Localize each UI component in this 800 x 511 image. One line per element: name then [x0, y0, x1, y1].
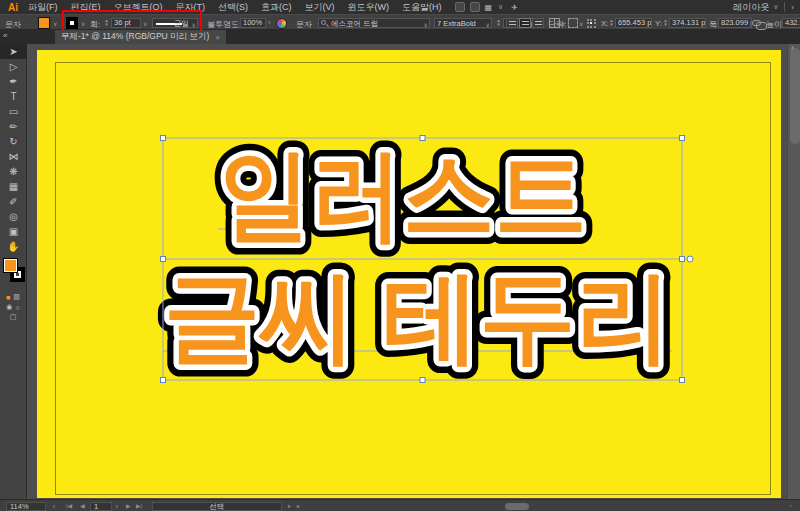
handle-top-mid[interactable]	[420, 136, 425, 141]
first-artboard-icon[interactable]: |◀	[66, 502, 72, 509]
handle-top-left[interactable]	[161, 136, 166, 141]
fill-color-swatch[interactable]	[38, 17, 50, 29]
screen-mode-icon[interactable]: ▢	[10, 313, 17, 321]
workspace-grid-icon[interactable]: ▦	[485, 3, 493, 12]
prev-artboard-icon[interactable]: ◀	[80, 502, 85, 509]
mesh-tool[interactable]: ▦	[0, 179, 27, 194]
menu-file[interactable]: 파일(F)	[28, 1, 58, 14]
menu-select[interactable]: 선택(S)	[218, 1, 248, 14]
menu-edit[interactable]: 편집(E)	[71, 1, 101, 14]
last-artboard-icon[interactable]: ▶|	[136, 502, 142, 509]
canvas-area[interactable]: 일러스트 일러스트 일러스트 글씨 테두리 글씨 테두리 글씨 테두리	[27, 44, 800, 499]
gradient-mode-icon[interactable]: ▥	[13, 293, 20, 301]
horizontal-scroll-thumb[interactable]	[505, 503, 529, 510]
align-center-button[interactable]	[519, 18, 531, 28]
point-type-widget[interactable]	[687, 256, 693, 262]
stroke-profile-field[interactable]: 균일 ∨	[152, 18, 198, 28]
chevron-down-icon[interactable]: ∨	[143, 20, 147, 27]
status-bar: 114% ∨ |◀ ◀ 1 ∨ ▶ ▶| 선택 ▸ ◂ ›	[0, 499, 800, 511]
workspace-switcher[interactable]: 레이아웃 ∨	[733, 1, 778, 14]
handle-bottom-right[interactable]	[680, 378, 685, 383]
font-size-stepper[interactable]: ▴▾	[495, 18, 502, 26]
chevron-down-icon[interactable]: ∨	[115, 503, 119, 509]
chevron-down-icon[interactable]: ∨	[561, 20, 565, 27]
stroke-weight-label: 획:	[90, 19, 100, 30]
document-title: 무제-1* @ 114% (RGB/GPU 미리 보기)	[61, 31, 209, 43]
x-stepper[interactable]: ▴▾	[608, 18, 615, 26]
artboard-tool[interactable]: ▣	[0, 224, 27, 239]
rotate-tool[interactable]: ↻	[0, 134, 27, 149]
chevron-down-icon[interactable]: ∨	[53, 20, 57, 27]
next-artboard-icon[interactable]: ▶	[126, 502, 131, 509]
x-value[interactable]: 655.453 px	[615, 18, 652, 28]
color-mode-icon[interactable]: ■	[6, 294, 10, 301]
hand-tool[interactable]: ✋	[0, 239, 27, 254]
search-icon[interactable]: ›	[791, 3, 794, 12]
divider	[784, 2, 785, 12]
app-logo: Ai	[8, 2, 18, 13]
artboard-number-field[interactable]: 1	[90, 502, 112, 511]
stroke-weight-value[interactable]: 36 pt	[111, 18, 141, 28]
more-icon[interactable]: ›	[790, 502, 792, 508]
menu-window[interactable]: 윈도우(W)	[348, 1, 390, 14]
y-value[interactable]: 374.131 px	[669, 18, 706, 28]
transform-box-icon[interactable]	[568, 18, 578, 28]
menu-view[interactable]: 보기(V)	[305, 1, 335, 14]
link-dimensions-icon[interactable]	[752, 20, 761, 26]
recolor-artwork-icon[interactable]	[276, 18, 287, 29]
menu-help[interactable]: 도움말(H)	[402, 1, 442, 14]
symbol-sprayer-tool[interactable]: ❋	[0, 164, 27, 179]
height-value[interactable]: 432.918 px	[782, 18, 800, 28]
y-stepper[interactable]: ▴▾	[662, 18, 669, 26]
chevron-down-icon[interactable]: ∨	[52, 503, 56, 509]
font-style-field[interactable]: 7 ExtraBold ∨	[434, 18, 492, 28]
vertical-scrollbar[interactable]: ▴	[787, 44, 800, 499]
eyedropper-tool[interactable]: ✐	[0, 194, 27, 209]
bridge-badge-icon[interactable]	[455, 2, 465, 12]
handle-bottom-mid[interactable]	[420, 378, 425, 383]
zoom-level-field[interactable]: 114%	[6, 502, 46, 511]
make-envelope-icon[interactable]	[549, 18, 560, 28]
font-family-field[interactable]: 에스코어 드림 ∨	[318, 18, 430, 28]
align-left-button[interactable]	[506, 18, 518, 28]
stock-badge-icon[interactable]	[470, 2, 480, 12]
type-tool[interactable]: T	[0, 89, 27, 104]
panel-left-icon[interactable]: ◂	[296, 502, 299, 509]
draw-behind-icon[interactable]: ○	[15, 304, 19, 311]
menu-type[interactable]: 문자(T)	[176, 1, 206, 14]
scale-tool[interactable]: ⋈	[0, 149, 27, 164]
direct-selection-tool[interactable]: ▷	[0, 59, 27, 74]
handle-mid-right[interactable]	[680, 257, 685, 262]
handle-mid-left[interactable]	[161, 257, 166, 262]
chevron-down-icon[interactable]: ∨	[81, 20, 85, 27]
stroke-color-swatch[interactable]	[66, 17, 78, 29]
headline-text[interactable]: 일러스트 일러스트 일러스트 글씨 테두리 글씨 테두리 글씨 테두리	[164, 138, 672, 372]
chevron-down-icon[interactable]: ∨	[579, 20, 583, 27]
blend-tool[interactable]: ◎	[0, 209, 27, 224]
width-value[interactable]: 823.099 px	[718, 18, 752, 28]
menu-object[interactable]: 오브젝트(O)	[114, 1, 163, 14]
selection-tool[interactable]: ➤	[0, 44, 27, 59]
vertical-scroll-thumb[interactable]	[790, 48, 800, 144]
panel-right-icon[interactable]: ▸	[288, 502, 291, 509]
stroke-weight-stepper[interactable]: ▴▾	[103, 18, 110, 26]
handle-bottom-left[interactable]	[161, 378, 166, 383]
current-tool-status: 선택	[152, 502, 282, 511]
reference-point-locator[interactable]	[586, 18, 597, 29]
rectangle-tool[interactable]: ▭	[0, 104, 27, 119]
menu-effect[interactable]: 효과(C)	[261, 1, 292, 14]
share-icon[interactable]: ✈	[511, 3, 518, 12]
fill-swatch[interactable]	[3, 258, 18, 273]
draw-normal-icon[interactable]: ◉	[6, 303, 12, 311]
workspace-label: 레이아웃	[733, 1, 769, 14]
align-right-button[interactable]	[532, 18, 544, 28]
opacity-more-icon[interactable]: ›	[268, 18, 271, 27]
chevron-down-icon[interactable]: ∨	[498, 3, 503, 11]
opacity-value[interactable]: 100%	[240, 18, 266, 28]
collapse-panel-icon[interactable]: «	[3, 31, 7, 40]
pen-tool[interactable]: ✒	[0, 74, 27, 89]
document-tab[interactable]: 무제-1* @ 114% (RGB/GPU 미리 보기) ×	[55, 30, 226, 44]
paintbrush-tool[interactable]: ✏	[0, 119, 27, 134]
close-icon[interactable]: ×	[215, 33, 220, 42]
handle-top-right[interactable]	[680, 136, 685, 141]
